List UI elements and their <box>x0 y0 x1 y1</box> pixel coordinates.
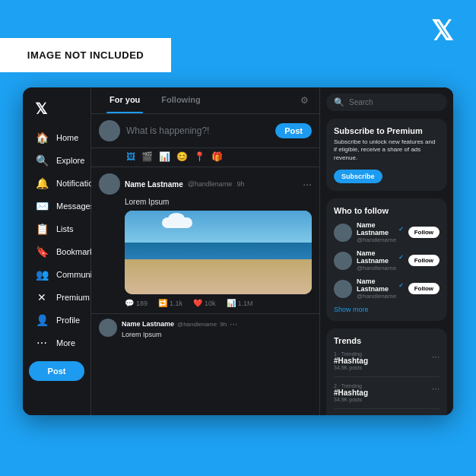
compose-post-button[interactable]: Post <box>275 123 312 138</box>
follow-handle-3: @handlename <box>357 293 404 300</box>
tweet-1-name: Name Lastname <box>125 180 183 189</box>
compose-image-icon[interactable]: 🖼 <box>126 151 135 162</box>
sidebar-item-profile[interactable]: 👤 Profile <box>29 309 84 331</box>
verified-badge-3: ✓ <box>398 282 404 289</box>
views-icon: 📊 <box>227 299 236 307</box>
premium-box: Subscribe to Premium Subscribe to unlock… <box>326 119 447 191</box>
home-icon: 🏠 <box>35 132 49 144</box>
bookmarks-icon: 🔖 <box>35 246 49 258</box>
feed-settings-icon[interactable]: ⚙ <box>297 87 312 113</box>
tweet-1-more[interactable]: ··· <box>303 178 312 190</box>
follow-name-3: Name Lastname ✓ <box>357 278 404 293</box>
compose-box: What is happening?! Post <box>91 114 319 148</box>
tweet-1-handle: @handlename <box>188 180 233 188</box>
sidebar-item-messages[interactable]: ✉️ Messages <box>29 195 84 217</box>
follow-button-2[interactable]: Follow <box>408 255 440 266</box>
twitter-ui: 𝕏 🏠 Home 🔍 Explore 🔔 Notifications ✉️ Me… <box>23 87 453 415</box>
trend-category-2: 2 · Trending <box>334 383 440 389</box>
tweet-1-image <box>125 211 312 294</box>
compose-placeholder[interactable]: What is happening?! <box>126 125 269 136</box>
trend-more-2[interactable]: ··· <box>432 383 440 394</box>
beach-sand <box>125 259 312 294</box>
verified-badge-2: ✓ <box>398 254 404 261</box>
tab-following[interactable]: Following <box>151 87 211 113</box>
sidebar-item-lists[interactable]: 📋 Lists <box>29 218 84 240</box>
like-icon: ❤️ <box>193 299 202 307</box>
tweet-2-time: 9h <box>220 321 227 328</box>
tweet-2-more[interactable]: ··· <box>230 319 237 329</box>
follow-item-2: Name Lastname ✓ @handlename Follow <box>334 249 440 271</box>
tweet-1-reply[interactable]: 💬 189 <box>125 299 148 307</box>
sidebar-label-premium: Premium <box>56 293 90 302</box>
like-count: 10k <box>205 300 216 307</box>
trend-item-2[interactable]: ··· 2 · Trending #Hashtag 34.9K posts <box>334 383 440 409</box>
search-icon: 🔍 <box>334 97 344 107</box>
sidebar-label-more: More <box>56 338 75 347</box>
sidebar-item-bookmarks[interactable]: 🔖 Bookmarks <box>29 241 84 262</box>
follow-item-3: Name Lastname ✓ @handlename Follow <box>334 278 440 300</box>
compose-video-icon[interactable]: 🎬 <box>141 151 153 162</box>
trend-posts-1: 34.9K posts <box>334 365 440 370</box>
follow-handle-1: @handlename <box>357 236 404 243</box>
follow-info-2: Name Lastname ✓ @handlename <box>357 249 404 271</box>
trend-more-1[interactable]: ··· <box>432 351 440 362</box>
tweet-1-like[interactable]: ❤️ 10k <box>193 299 216 307</box>
tweet-1-avatar <box>99 173 120 195</box>
sidebar-label-home: Home <box>56 133 78 142</box>
trend-category-1: 1 · Trending <box>334 351 440 357</box>
tweet-1-views[interactable]: 📊 1.1M <box>227 299 253 307</box>
post-button[interactable]: Post <box>29 361 84 381</box>
tab-for-you[interactable]: For you <box>99 87 151 113</box>
sidebar-item-more[interactable]: ⋯ More <box>29 332 84 354</box>
lists-icon: 📋 <box>35 223 49 235</box>
tweet-2-header: Name Lastname @handlename 9h ··· <box>122 319 237 329</box>
search-placeholder: Search <box>349 98 373 106</box>
explore-icon: 🔍 <box>35 154 49 167</box>
compose-emoji-icon[interactable]: 😊 <box>176 151 188 162</box>
tweet-2: Name Lastname @handlename 9h ··· Lorem I… <box>91 314 319 343</box>
sidebar-item-explore[interactable]: 🔍 Explore <box>29 150 84 171</box>
compose-poll-icon[interactable]: 📊 <box>159 151 170 162</box>
tweet-1: Name Lastname @handlename 9h ··· Lorem I… <box>91 167 319 314</box>
show-more-link[interactable]: Show more <box>334 306 440 313</box>
right-sidebar: 🔍 Search Subscribe to Premium Subscribe … <box>320 87 453 415</box>
beach-sea <box>125 243 312 261</box>
follow-info-3: Name Lastname ✓ @handlename <box>357 278 404 300</box>
sidebar-label-lists: Lists <box>56 224 74 233</box>
sidebar-item-premium[interactable]: ✕ Premium <box>29 287 84 308</box>
search-bar[interactable]: 🔍 Search <box>326 94 447 111</box>
follow-name-2: Name Lastname ✓ <box>357 249 404 265</box>
follow-button-3[interactable]: Follow <box>408 283 440 294</box>
follow-handle-2: @handlename <box>357 265 404 271</box>
follow-info-1: Name Lastname ✓ @handlename <box>357 221 404 243</box>
profile-icon: 👤 <box>35 314 49 326</box>
sidebar-label-profile: Profile <box>56 316 80 325</box>
trend-hashtag-1: #Hashtag <box>334 357 440 365</box>
tweet-2-body: Lorem Ipsum <box>122 331 237 338</box>
beach-cloud <box>162 217 192 228</box>
tweet-1-retweet[interactable]: 🔁 1.1k <box>158 299 182 307</box>
sidebar: 𝕏 🏠 Home 🔍 Explore 🔔 Notifications ✉️ Me… <box>23 87 91 415</box>
watermark-banner: IMAGE NOT INCLUDED <box>0 38 171 72</box>
more-icon: ⋯ <box>35 337 49 349</box>
tweet-1-body: Lorem Ipsum <box>125 198 312 206</box>
reply-icon: 💬 <box>125 299 134 307</box>
x-logo-symbol: 𝕏 <box>431 15 453 46</box>
trend-item-1[interactable]: ··· 1 · Trending #Hashtag 34.9K posts <box>334 351 440 377</box>
feed-header: For you Following ⚙ <box>91 87 319 114</box>
sidebar-item-home[interactable]: 🏠 Home <box>29 127 84 148</box>
tweet-2-content: Name Lastname @handlename 9h ··· Lorem I… <box>122 319 237 338</box>
watermark-text: IMAGE NOT INCLUDED <box>27 49 144 61</box>
trends-title: Trends <box>334 336 440 345</box>
sidebar-item-communities[interactable]: 👥 Communities <box>29 264 84 285</box>
sidebar-label-explore: Explore <box>56 156 84 165</box>
trends-box: Trends ··· 1 · Trending #Hashtag 34.9K p… <box>326 328 447 415</box>
premium-description: Subscribe to unlock new features and if … <box>334 138 440 162</box>
retweet-icon: 🔁 <box>158 299 167 307</box>
compose-location-icon[interactable]: 📍 <box>194 151 205 162</box>
tweet-2-name: Name Lastname <box>122 320 174 328</box>
compose-gift-icon[interactable]: 🎁 <box>211 151 223 162</box>
premium-subscribe-button[interactable]: Subscribe <box>334 170 382 183</box>
sidebar-item-notifications[interactable]: 🔔 Notifications <box>29 173 84 194</box>
follow-button-1[interactable]: Follow <box>408 227 440 238</box>
